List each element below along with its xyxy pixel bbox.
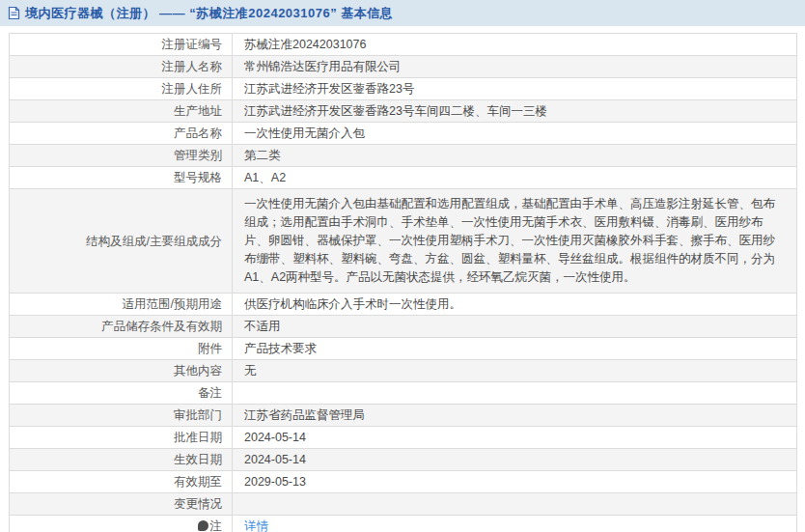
row-value: 江苏省药品监督管理局 [233,405,797,427]
table-row: 注册人住所江苏武进经济开发区蓥香路23号 [10,78,797,100]
table-row: 生效日期2024-05-14 [10,449,797,471]
page-title: 境内医疗器械（注册） —— “苏械注准20242031076” 基本信息 [25,5,393,22]
row-value: 江苏武进经济开发区蓥香路23号车间四二楼、车间一三楼 [233,100,797,123]
row-label: 产品储存条件及有效期 [10,316,233,338]
row-label: 批准日期 [10,427,233,449]
document-icon [8,6,20,20]
row-label: 有效期至 [10,471,233,493]
table-row: 产品名称一次性使用无菌介入包 [10,123,797,145]
row-label: 其他内容 [10,360,233,382]
table-row: 有效期至2029-05-13 [10,471,797,493]
table-row: 变更情况 [10,493,797,516]
row-value: 苏械注准20242031076 [233,34,797,56]
row-value: 2029-05-13 [233,471,797,493]
detail-link[interactable]: 详情 [244,519,268,532]
row-label: 审批部门 [10,405,233,427]
table-row: 结构及组成/主要组成成分一次性使用无菌介入包由基础配置和选用配置组成，基础配置由… [10,189,797,294]
row-value: 常州锦浩达医疗用品有限公司 [233,56,797,78]
row-label: 适用范围/预期用途 [10,294,233,316]
row-label: 生效日期 [10,449,233,471]
row-value: 无 [233,360,797,382]
row-label: 变更情况 [10,493,233,516]
row-value: 供医疗机构临床介入手术时一次性使用。 [233,294,797,316]
row-label: 结构及组成/主要组成成分 [10,189,233,294]
row-label: 型号规格 [10,167,233,189]
table-row: 批准日期2024-05-14 [10,427,797,449]
table-row: 附件产品技术要求 [10,338,797,360]
row-value [233,382,797,405]
table-row: 适用范围/预期用途供医疗机构临床介入手术时一次性使用。 [10,294,797,316]
info-table-body: 注册证编号苏械注准20242031076注册人名称常州锦浩达医疗用品有限公司注册… [10,34,797,532]
row-value: 一次性使用无菌介入包由基础配置和选用配置组成，基础配置由手术单、高压造影注射延长… [233,189,797,294]
note-icon [198,520,208,531]
table-row: 产品储存条件及有效期不适用 [10,316,797,338]
row-label: 注 [10,516,233,532]
row-label: 注册证编号 [10,34,233,56]
row-value: 不适用 [233,316,797,338]
row-label: 管理类别 [10,145,233,167]
table-row: 型号规格A1、A2 [10,167,797,189]
row-value: 详情 [233,516,797,532]
table-row: 审批部门江苏省药品监督管理局 [10,405,797,427]
row-value: 江苏武进经济开发区蓥香路23号 [233,78,797,100]
row-value: 一次性使用无菌介入包 [233,123,797,145]
table-row: 管理类别第二类 [10,145,797,167]
table-row: 注册证编号苏械注准20242031076 [10,34,797,56]
row-value [233,493,797,516]
info-table: 注册证编号苏械注准20242031076注册人名称常州锦浩达医疗用品有限公司注册… [9,33,797,532]
row-label: 生产地址 [10,100,233,123]
row-value: 2024-05-14 [233,427,797,449]
table-row: 备注 [10,382,797,405]
row-value: 2024-05-14 [233,449,797,471]
row-value: 第二类 [233,145,797,167]
row-value: 产品技术要求 [233,338,797,360]
page-header: 境内医疗器械（注册） —— “苏械注准20242031076” 基本信息 [0,0,805,26]
row-label: 注册人住所 [10,78,233,100]
table-row: 生产地址江苏武进经济开发区蓥香路23号车间四二楼、车间一三楼 [10,100,797,123]
row-label: 产品名称 [10,123,233,145]
row-label: 注册人名称 [10,56,233,78]
row-label: 备注 [10,382,233,405]
row-label: 附件 [10,338,233,360]
table-row: 其他内容无 [10,360,797,382]
row-value: A1、A2 [233,167,797,189]
table-row: 注册人名称常州锦浩达医疗用品有限公司 [10,56,797,78]
table-row: 注详情 [10,516,797,532]
